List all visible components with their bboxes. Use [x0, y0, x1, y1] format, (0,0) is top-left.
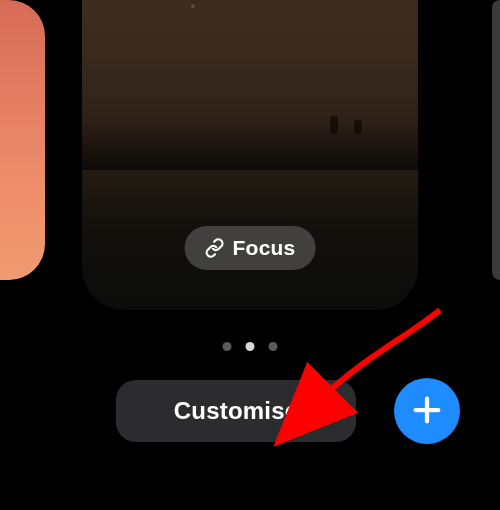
add-button[interactable]: [394, 378, 460, 444]
focus-label: Focus: [233, 236, 296, 260]
wallpaper-horizon: [82, 120, 418, 170]
wallpaper-preview-center[interactable]: Focus: [82, 0, 418, 310]
page-dot: [223, 342, 232, 351]
wallpaper-preview-left-sliver[interactable]: [0, 0, 45, 280]
page-dot: [269, 342, 278, 351]
page-dot-active: [246, 342, 255, 351]
wallpaper-preview-right-sliver[interactable]: [492, 0, 500, 280]
link-icon: [205, 238, 225, 258]
customise-label: Customise: [174, 397, 299, 425]
focus-button[interactable]: Focus: [185, 226, 316, 270]
page-indicator[interactable]: [223, 342, 278, 351]
wallpaper-silhouette: [354, 120, 362, 134]
wallpaper-silhouette: [330, 116, 338, 134]
plus-icon: [410, 393, 444, 430]
customise-button[interactable]: Customise: [116, 380, 356, 442]
